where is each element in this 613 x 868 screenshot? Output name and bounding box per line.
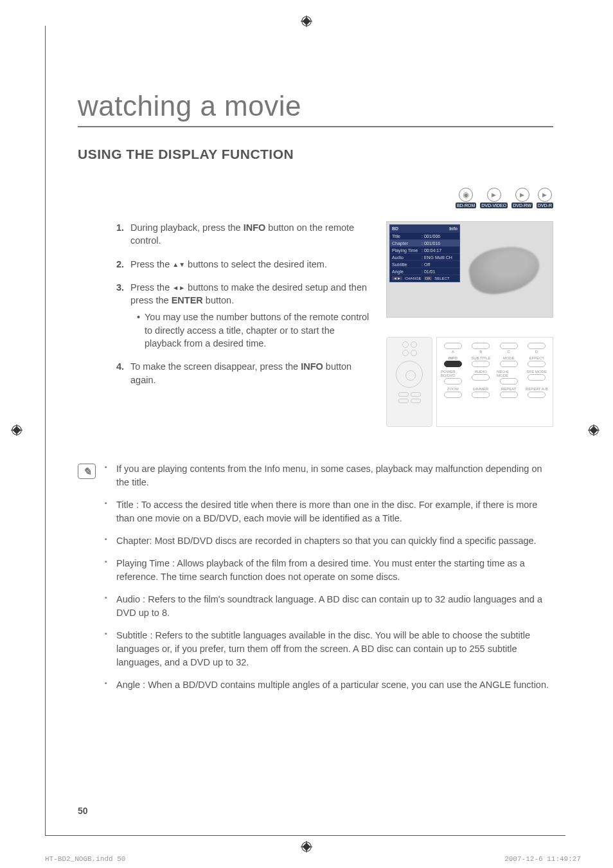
disc-label: DVD-R [537, 203, 553, 208]
remote-btn: DIMMER [473, 387, 488, 391]
remote-btn: REPEAT A-B [526, 387, 548, 391]
step-bold: ENTER [172, 295, 203, 305]
disc-icon: DVD-R [537, 188, 553, 208]
svg-rect-7 [13, 426, 21, 435]
remote-btn: POWER BD/DVD [441, 370, 465, 377]
step-text: Press the [130, 259, 172, 269]
print-footer: HT-BD2_NOGB.indd 50 2007-12-6 11:49:27 [45, 855, 581, 863]
step-text: During playback, press the [130, 222, 244, 233]
footer-file: HT-BD2_NOGB.indd 50 [45, 855, 125, 863]
step-text: button. [203, 295, 234, 305]
note-item: Title : To access the desired title when… [105, 498, 553, 525]
step-text: To make the screen disappear, press the [130, 361, 301, 372]
remote-btn: SUB TITLE [471, 356, 490, 360]
osd-header-left: BD [392, 226, 398, 231]
svg-rect-11 [590, 426, 598, 435]
svg-rect-15 [303, 843, 311, 851]
disc-label: BD-ROM [456, 203, 476, 208]
note-pencil-icon: ✎ [78, 464, 96, 479]
osd-row: AudioENG Multi CH [390, 253, 459, 260]
remote-btn: EFFECT [529, 356, 544, 360]
remote-info-label: INFO [449, 356, 458, 360]
step-2: Press the ▲▼ buttons to select the desir… [116, 258, 370, 271]
osd-header-right: Info [449, 226, 458, 231]
step-4: To make the screen disappear, press the … [116, 360, 370, 386]
chapter-title: watching a movie [78, 90, 553, 127]
osd-footer-text: SELECT [434, 276, 449, 280]
note-item: Subtitle : Refers to the subtitle langua… [105, 629, 553, 669]
disc-circle-icon [487, 188, 501, 202]
note-item: Chapter: Most BD/DVD discs are recorded … [105, 534, 553, 548]
remote-btn: C [508, 350, 510, 354]
disc-label: DVD-VIDEO [480, 203, 508, 208]
osd-row: Angle01/01 [390, 267, 459, 275]
osd-row: Chapter001/016 [390, 239, 459, 246]
step-bold: INFO [301, 361, 323, 372]
registration-mark-icon [11, 424, 22, 436]
osd-row: SubtitleOff [390, 260, 459, 267]
osd-row: Playing Time00:04:17 [390, 246, 459, 253]
step-3: Press the ◄► buttons to make the desired… [116, 281, 370, 350]
step-3-bullet: You may use the number buttons of the re… [137, 311, 370, 350]
registration-mark-icon [301, 841, 312, 853]
remote-btn: AUDIO [475, 370, 487, 374]
remote-btn: B [479, 350, 482, 354]
remote-btn: ZOOM [447, 387, 459, 391]
step-text: Press the [130, 282, 172, 293]
disc-circle-icon [515, 188, 529, 202]
disc-icon: DVD-RW [511, 188, 533, 208]
disc-circle-icon [459, 188, 473, 202]
remote-dpad-panel [386, 337, 432, 427]
video-thumbnail [466, 242, 543, 298]
instruction-steps: During playback, press the INFO button o… [116, 221, 370, 386]
remote-control-figure: A B C D INFO SUB TITLE MODE EFFECT POWER… [386, 337, 553, 427]
footer-timestamp: 2007-12-6 11:49:27 [504, 855, 581, 863]
remote-btn: SFE MODE [527, 370, 547, 374]
remote-buttons-panel: A B C D INFO SUB TITLE MODE EFFECT POWER… [436, 337, 553, 427]
step-1: During playback, press the INFO button o… [116, 221, 370, 248]
page-number: 50 [78, 806, 88, 816]
dpad-icon [396, 361, 423, 388]
note-item: Playing Time : Allows playback of the fi… [105, 557, 553, 584]
disc-circle-icon [538, 188, 552, 202]
disc-icon: BD-ROM [456, 188, 476, 208]
playback-osd-figure: BD Info Title001/006Chapter001/016Playin… [386, 221, 553, 318]
remote-btn: A [452, 350, 454, 354]
note-item: Angle : When a BD/DVD contains multiple … [105, 678, 553, 692]
step-bold: INFO [244, 222, 266, 233]
remote-btn: MODE [503, 356, 515, 360]
up-down-arrow-icon: ▲▼ [172, 261, 185, 268]
osd-select-tag: OK [424, 276, 432, 280]
osd-footer-text: CHANGE [405, 276, 422, 280]
disc-icon: DVD-VIDEO [480, 188, 508, 208]
registration-mark-icon [588, 424, 600, 436]
remote-btn: REPEAT [501, 387, 517, 391]
remote-btn: NEO-6 MODE [497, 370, 521, 377]
disc-type-icons: BD-ROM DVD-VIDEO DVD-RW DVD-R [78, 188, 553, 208]
osd-row: Title001/006 [390, 232, 459, 239]
left-right-arrow-icon: ◄► [172, 284, 185, 291]
osd-info-panel: BD Info Title001/006Chapter001/016Playin… [389, 224, 460, 282]
note-item: Audio : Refers to the film's soundtrack … [105, 593, 553, 620]
remote-btn: D [535, 350, 538, 354]
section-title: USING THE DISPLAY FUNCTION [78, 147, 565, 162]
osd-change-tag: ◄► [392, 276, 402, 280]
svg-rect-3 [303, 17, 311, 26]
note-item: If you are playing contents from the Inf… [105, 462, 553, 489]
remote-info-button [444, 361, 462, 367]
notes-list: If you are playing contents from the Inf… [105, 462, 553, 701]
disc-label: DVD-RW [511, 203, 533, 208]
step-text: buttons to select the desired item. [185, 259, 327, 269]
